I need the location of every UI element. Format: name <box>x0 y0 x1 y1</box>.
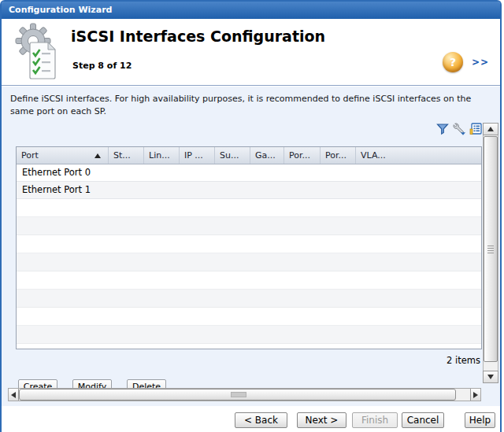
titlebar: Configuration Wizard <box>2 2 500 19</box>
vertical-scrollbar[interactable] <box>483 123 498 383</box>
empty-row <box>17 308 481 326</box>
sort-ascending-icon <box>94 153 101 158</box>
instruction-text: Define iSCSI interfaces. For high availa… <box>10 93 484 118</box>
empty-row <box>17 217 481 235</box>
down-arrow-icon <box>487 375 494 379</box>
empty-row <box>17 199 481 217</box>
content-panel: Define iSCSI interfaces. For high availa… <box>2 87 500 406</box>
table-row[interactable]: Ethernet Port 0 <box>17 164 481 182</box>
empty-row <box>17 235 481 253</box>
column-header-gateway[interactable]: Ga... <box>250 147 284 164</box>
step-indicator: Step 8 of 12 <box>72 61 132 71</box>
column-header-vlan[interactable]: VLA... <box>356 147 481 164</box>
scroll-down-button[interactable] <box>483 371 498 383</box>
filter-icon[interactable] <box>435 122 450 135</box>
table-row[interactable]: Ethernet Port 1 <box>17 182 481 199</box>
empty-row <box>17 253 481 271</box>
page-title: iSCSI Interfaces Configuration <box>71 28 325 45</box>
column-header-subnet[interactable]: Su... <box>215 147 250 164</box>
iscsi-interfaces-table: Port St... Lin... IP ... Su... Ga... Por… <box>16 146 482 349</box>
next-button[interactable]: Next > <box>297 412 346 428</box>
empty-row <box>17 290 481 308</box>
column-header-status[interactable]: St... <box>109 147 144 164</box>
customize-icon[interactable] <box>452 122 466 135</box>
scroll-right-button[interactable] <box>470 389 480 401</box>
horizontal-scrollbar-track[interactable] <box>19 389 470 401</box>
vertical-scrollbar-thumb[interactable] <box>484 136 498 362</box>
expand-chevrons-button[interactable]: >> <box>472 57 489 68</box>
items-count: 2 items <box>447 355 480 366</box>
wizard-footer: < Back Next > Finish Cancel Help <box>2 406 500 432</box>
window-title: Configuration Wizard <box>9 5 112 15</box>
column-header-port3[interactable]: Por... <box>321 147 356 164</box>
horizontal-scrollbar[interactable] <box>8 388 481 401</box>
horizontal-scrollbar-thumb[interactable] <box>19 389 456 401</box>
configuration-wizard-window: Configuration Wizard <box>0 0 502 432</box>
up-arrow-icon <box>487 127 494 131</box>
help-button[interactable]: Help <box>465 412 495 428</box>
empty-row <box>17 344 481 349</box>
back-button[interactable]: < Back <box>235 412 287 428</box>
cancel-button[interactable]: Cancel <box>402 412 444 428</box>
table-toolbar <box>435 122 483 135</box>
scroll-left-button[interactable] <box>9 389 19 401</box>
screen: Configuration Wizard <box>0 0 504 432</box>
scroll-up-button[interactable] <box>483 123 498 135</box>
help-icon[interactable]: ? <box>443 52 463 72</box>
table-header-row: Port St... Lin... IP ... Su... Ga... Por… <box>17 147 481 164</box>
wizard-header: iSCSI Interfaces Configuration Step 8 of… <box>2 19 500 86</box>
finish-button: Finish <box>352 412 398 428</box>
empty-row <box>17 326 481 344</box>
wizard-gear-checklist-icon <box>9 20 63 83</box>
left-arrow-icon <box>11 392 16 398</box>
column-header-link[interactable]: Lin... <box>144 147 180 164</box>
column-header-port2[interactable]: Por... <box>284 147 321 164</box>
export-icon[interactable] <box>469 122 483 135</box>
column-header-port[interactable]: Port <box>17 147 109 164</box>
column-header-ip[interactable]: IP ... <box>180 147 215 164</box>
vertical-scrollbar-track[interactable] <box>483 135 498 371</box>
empty-row <box>17 271 481 290</box>
right-arrow-icon <box>473 392 478 398</box>
